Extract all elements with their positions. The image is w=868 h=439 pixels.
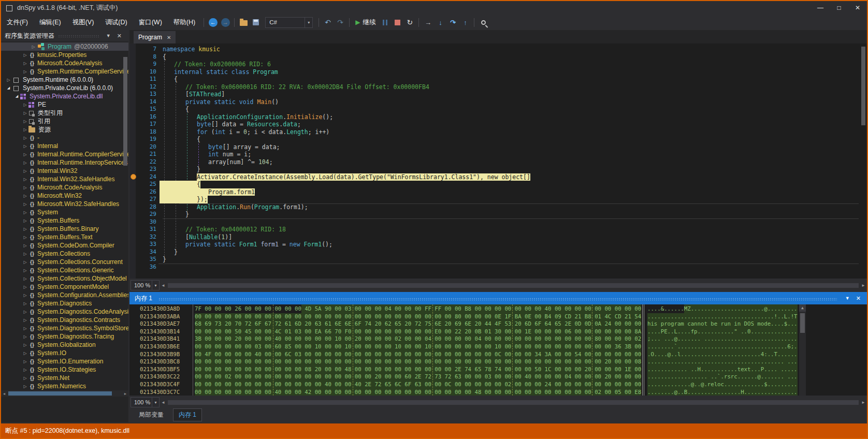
tree-item[interactable]: ◢System.Private.CoreLib.dll [1, 92, 128, 100]
code-line[interactable]: 12// Token: 0x06000016 RID: 22 RVA: 0x00… [129, 83, 867, 91]
memory-row[interactable]: 0213430D3C2200 00 00 02 00 00 00 00 00 0… [129, 373, 867, 381]
navigate-back-button[interactable]: ← [207, 16, 219, 28]
expander-icon[interactable]: ▷ [22, 285, 28, 289]
restart-button[interactable]: ↻ [403, 16, 416, 28]
tree-item[interactable]: ▷{}System.Runtime.CompilerServices [1, 67, 128, 76]
expander-icon[interactable]: ▷ [22, 368, 28, 372]
expander-icon[interactable]: ▷ [22, 61, 28, 66]
expander-icon[interactable]: ▷ [22, 318, 28, 323]
step-over-button[interactable]: ↷ [446, 16, 459, 28]
code-line[interactable]: 36 [129, 264, 867, 271]
code-line[interactable]: 7namespace kmusic [129, 46, 867, 53]
code-line[interactable]: 19{ [129, 136, 867, 143]
code-line[interactable]: 35} [129, 256, 867, 264]
panel-dropdown-icon[interactable]: ▼ [103, 33, 114, 38]
tree-item[interactable]: ▷{}System.IO [1, 349, 128, 357]
code-line[interactable]: 8{ [129, 53, 867, 61]
scrollbar-thumb[interactable] [123, 57, 127, 166]
redo-button[interactable]: ↷ [334, 16, 346, 28]
tab-locals[interactable]: 局部变量 [134, 409, 169, 421]
tree-item[interactable]: ▷{}System.Diagnostics.Tracing [1, 332, 128, 341]
scrollbar-thumb[interactable] [168, 400, 859, 405]
expander-icon[interactable]: ▷ [22, 111, 28, 115]
scrollbar-thumb[interactable] [861, 47, 865, 125]
code-line[interactable]: 21int num = i; [129, 151, 867, 158]
expander-icon[interactable]: ▷ [22, 359, 28, 364]
memory-row[interactable]: 0213430D3BF500 00 00 00 00 00 00 00 00 0… [129, 366, 867, 374]
tree-item[interactable]: ▷{}System.Diagnostics.SymbolStore [1, 324, 128, 332]
scroll-right-icon[interactable]: ► [122, 392, 128, 396]
code-line[interactable]: 13[STAThread] [129, 91, 867, 98]
tree-item[interactable]: ▷{}Internal [1, 142, 128, 150]
tree-item[interactable]: ▷{}Microsoft.CodeAnalysis [1, 59, 128, 67]
code-line[interactable]: 34} [129, 248, 867, 256]
expander-icon[interactable]: ▷ [22, 53, 28, 57]
expander-icon[interactable]: ◢ [13, 94, 20, 98]
tree-item[interactable]: ▷{}Internal.Runtime.CompilerServices [1, 150, 128, 158]
tab-program[interactable]: Program ✕ [134, 31, 176, 43]
tree-item[interactable]: ▷{}System.CodeDom.Compiler [1, 241, 128, 250]
tree-item[interactable]: ▷{}System [1, 208, 128, 216]
menu-file[interactable]: 文件(F) [1, 17, 34, 28]
memory-row[interactable]: 0213430D3B9B00 4F 00 00 00 00 40 00 00 6… [129, 351, 867, 359]
scroll-up-icon[interactable]: ▲ [799, 304, 806, 312]
tree-item[interactable]: ▷{}System.Collections.Concurrent [1, 258, 128, 266]
expander-icon[interactable]: ▷ [22, 293, 28, 298]
code-line[interactable]: 29} [129, 211, 867, 218]
code-line[interactable]: 28Application.Run(Program.form1); [129, 203, 867, 211]
scrollbar-thumb[interactable] [168, 283, 859, 288]
scroll-right-icon[interactable]: ► [860, 400, 867, 405]
expander-icon[interactable]: ▷ [22, 227, 28, 231]
memory-vertical-scrollbar[interactable]: ▲ [799, 304, 806, 396]
tree-horizontal-scrollbar[interactable]: ◄ ► [1, 390, 128, 397]
memory-row[interactable]: 0213430D3AE768 69 73 20 70 72 6F 67 72 6… [129, 320, 867, 328]
memory-row[interactable]: 0213430D3BC800 00 00 00 00 00 00 00 00 0… [129, 358, 867, 366]
expander-icon[interactable]: ▷ [22, 376, 28, 381]
expander-icon[interactable]: ▷ [22, 384, 28, 389]
tree-item[interactable]: ▷{}System.Numerics [1, 382, 128, 390]
memory-row[interactable]: 0213430D3B413B 00 00 00 20 00 00 00 40 0… [129, 335, 867, 343]
tree-item[interactable]: ▷{}System.IO.Strategies [1, 365, 128, 374]
tree-item[interactable]: ▷{}System.Diagnostics.Contracts [1, 316, 128, 324]
chevron-down-icon[interactable]: ▾ [152, 398, 159, 407]
code-line[interactable]: 30 [129, 218, 867, 226]
expander-icon[interactable]: ▷ [22, 136, 28, 140]
tree-item[interactable]: ▷{}Internal.Win32 [1, 167, 128, 175]
expander-icon[interactable]: ▷ [22, 235, 28, 240]
chevron-down-icon[interactable]: ▾ [305, 18, 312, 27]
tree-item[interactable]: ▷引用 [1, 117, 128, 125]
scroll-left-icon[interactable]: ◄ [1, 392, 7, 396]
tree-item[interactable]: ▷资源 [1, 125, 128, 134]
tree-item[interactable]: ▷{}Microsoft.Win32 [1, 192, 128, 200]
expander-icon[interactable]: ▷ [22, 218, 28, 223]
tree-item[interactable]: ▷{}Internal.Runtime.InteropServices [1, 158, 128, 167]
code-line[interactable]: 22array[num] ^= 104; [129, 158, 867, 166]
tree-item[interactable]: ▷{}System.Collections [1, 250, 128, 258]
expander-icon[interactable]: ▷ [22, 343, 28, 347]
tree-item[interactable]: ▷{}System.Buffers [1, 216, 128, 225]
code-line[interactable]: 31// Token: 0x04000012 RID: 18 [129, 226, 867, 233]
code-line[interactable]: 14private static void Main() [129, 98, 867, 106]
tree-item[interactable]: ▷{}System.IO.Enumeration [1, 357, 128, 365]
editor-vertical-scrollbar[interactable] [861, 45, 866, 276]
tree-item[interactable]: ▷{}System.Diagnostics [1, 299, 128, 308]
menu-view[interactable]: 视图(V) [67, 17, 100, 28]
tree-item[interactable]: ▷{}System.Buffers.Text [1, 233, 128, 241]
tree-item[interactable]: ▷{}kmusic.Properties [1, 51, 128, 59]
memory-window-titlebar[interactable]: 内存 1 ▼ ✕ [129, 292, 867, 304]
tree-item[interactable]: ▷{}System.Collections.Generic [1, 266, 128, 274]
expander-icon[interactable]: ▷ [22, 334, 28, 339]
expander-icon[interactable]: ▷ [5, 78, 12, 82]
editor-zoom-combobox[interactable]: 100 % ▾ [131, 280, 160, 290]
tab-close-icon[interactable]: ✕ [167, 35, 171, 40]
code-line[interactable]: 17byte[] data = Resources.data; [129, 121, 867, 128]
chevron-down-icon[interactable]: ▾ [152, 281, 159, 290]
minimize-button[interactable]: — [811, 1, 830, 14]
step-out-button[interactable]: ↑ [459, 16, 471, 28]
menu-edit[interactable]: 编辑(E) [34, 17, 67, 28]
menu-window[interactable]: 窗口(W) [133, 17, 168, 28]
expander-icon[interactable]: ▷ [22, 185, 28, 190]
navigate-forward-button[interactable]: → [219, 16, 232, 28]
panel-close-icon[interactable]: ✕ [114, 33, 125, 39]
pause-button[interactable] [379, 16, 391, 28]
